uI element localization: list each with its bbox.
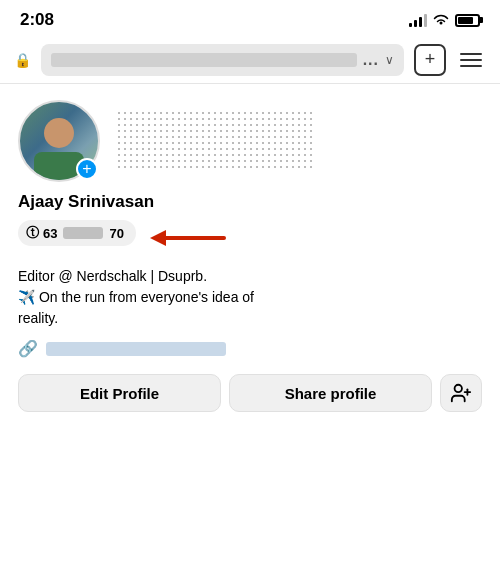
- url-bar[interactable]: ... ∨: [41, 44, 404, 76]
- status-time: 2:08: [20, 10, 54, 30]
- signal-icon: [409, 13, 427, 27]
- url-dots: ...: [363, 51, 379, 69]
- lock-icon: 🔒: [14, 52, 31, 68]
- followers-count: 63: [43, 226, 57, 241]
- menu-line-1: [460, 53, 482, 55]
- stats-area: [116, 100, 482, 170]
- menu-line-2: [460, 59, 482, 61]
- followers-pill[interactable]: ⓣ 63 70: [18, 220, 136, 246]
- red-arrow-icon: [144, 220, 234, 256]
- bio-line3: reality.: [18, 310, 58, 326]
- menu-line-3: [460, 65, 482, 67]
- bio-line2: ✈️ On the run from everyone's idea of: [18, 289, 254, 305]
- arrow-container: [144, 220, 234, 256]
- link-row: 🔗: [18, 339, 482, 358]
- share-profile-label: Share profile: [285, 385, 377, 402]
- followers-total: 70: [109, 226, 123, 241]
- browser-bar[interactable]: 🔒 ... ∨ +: [0, 36, 500, 84]
- add-person-icon: [450, 382, 472, 404]
- svg-marker-1: [150, 230, 166, 246]
- menu-button[interactable]: [456, 49, 486, 71]
- add-person-button[interactable]: [440, 374, 482, 412]
- plus-icon: +: [425, 49, 436, 70]
- share-profile-button[interactable]: Share profile: [229, 374, 432, 412]
- avatar-section: +: [18, 100, 482, 182]
- link-bar-blurred: [46, 342, 226, 356]
- url-text-blurred: [51, 53, 357, 67]
- battery-icon: [455, 14, 480, 27]
- stats-blurred: [116, 110, 316, 170]
- url-chevron-icon[interactable]: ∨: [385, 53, 394, 67]
- threads-logo-icon: ⓣ: [26, 224, 39, 242]
- action-buttons: Edit Profile Share profile: [18, 374, 482, 412]
- profile-container: + Ajaay Srinivasan ⓣ 63 70 Editor @ Nerd…: [0, 84, 500, 424]
- status-icons: [409, 13, 480, 27]
- profile-name: Ajaay Srinivasan: [18, 192, 482, 212]
- edit-profile-button[interactable]: Edit Profile: [18, 374, 221, 412]
- svg-point-2: [455, 385, 462, 392]
- wifi-icon: [433, 14, 449, 26]
- followers-blurred: [63, 227, 103, 239]
- link-icon: 🔗: [18, 339, 38, 358]
- avatar-wrapper: +: [18, 100, 100, 182]
- status-bar: 2:08: [0, 0, 500, 36]
- edit-profile-label: Edit Profile: [80, 385, 159, 402]
- add-story-button[interactable]: +: [76, 158, 98, 180]
- bio-line1: Editor @ Nerdschalk | Dsuprb.: [18, 268, 207, 284]
- bio-text: Editor @ Nerdschalk | Dsuprb. ✈️ On the …: [18, 266, 482, 329]
- add-tab-button[interactable]: +: [414, 44, 446, 76]
- avatar-head: [44, 118, 74, 148]
